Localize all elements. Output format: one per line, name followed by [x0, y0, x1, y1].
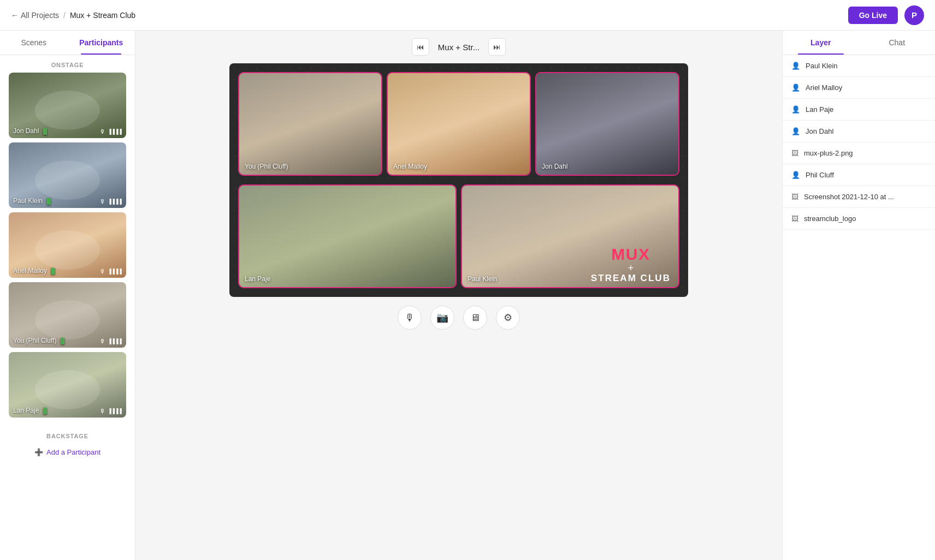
- center-area: ⏮ Mux + Str... ⏭ You (Phil Cluff): [135, 31, 782, 560]
- thumb-controls: 🎙 ▐▐▐▐: [99, 408, 122, 414]
- screen-share-icon: 🖥: [470, 312, 480, 324]
- participant-name: Jon Dahl ▐▌: [13, 127, 49, 135]
- participant-thumb-lan-paje[interactable]: Lan Paje ▐▌ 🎙 ▐▐▐▐: [9, 352, 126, 418]
- participant-thumb-ariel-malloy[interactable]: Ariel Malloy ▐▌ 🎙 ▐▐▐▐: [9, 212, 126, 278]
- participant-name: Lan Paje ▐▌: [13, 407, 49, 414]
- list-item[interactable]: 👤 Ariel Malloy: [783, 77, 935, 99]
- video-label: Lan Paje: [245, 275, 270, 283]
- header-left: ← All Projects / Mux + Stream Club: [11, 11, 135, 20]
- mic-icon: 🎙: [99, 408, 105, 414]
- project-name: Mux + Stream Club: [70, 11, 135, 20]
- video-cell-phil-cluff: You (Phil Cluff): [238, 72, 382, 176]
- person-icon: 👤: [791, 127, 800, 135]
- mic-icon: 🎙: [99, 338, 105, 344]
- video-grid-top: You (Phil Cluff) Ariel Malloy Jon: [229, 63, 688, 184]
- header: ← All Projects / Mux + Stream Club Go Li…: [0, 0, 935, 31]
- breadcrumb-separator: /: [63, 11, 66, 20]
- screen-share-button[interactable]: 🖥: [463, 306, 487, 330]
- sidebar-tabs: Scenes Participants: [0, 31, 135, 55]
- header-right: Go Live P: [848, 5, 924, 25]
- layer-list: 👤 Paul Klein 👤 Ariel Malloy 👤 Lan Paje 👤…: [783, 55, 935, 560]
- right-sidebar: Layer Chat 👤 Paul Klein 👤 Ariel Malloy 👤…: [782, 31, 935, 560]
- image-icon: 🖼: [791, 215, 798, 223]
- bottom-controls: 🎙 📷 🖥 ⚙: [398, 297, 520, 338]
- thumb-controls: 🎙 ▐▐▐▐: [99, 338, 122, 344]
- mux-stream-club-logo: MUX + STREAM CLUB: [591, 245, 671, 284]
- list-item[interactable]: 🖼 streamclub_logo: [783, 208, 935, 230]
- thumb-controls: 🎙 ▐▐▐▐: [99, 128, 122, 135]
- backstage-label: BACKSTAGE: [0, 428, 135, 444]
- participant-name: Ariel Malloy ▐▌: [13, 267, 57, 275]
- video-label: Paul Klein: [468, 275, 497, 283]
- participant-name: Paul Klein ▐▌: [13, 197, 52, 205]
- tab-scenes[interactable]: Scenes: [0, 31, 68, 55]
- mic-icon: 🎙: [99, 198, 105, 205]
- left-sidebar: Scenes Participants ONSTAGE Jon Dahl ▐▌ …: [0, 31, 135, 560]
- tab-layer[interactable]: Layer: [783, 31, 859, 55]
- mic-icon: 🎙: [99, 268, 105, 275]
- go-live-button[interactable]: Go Live: [848, 7, 898, 24]
- video-cell-jon-dahl: Jon Dahl: [535, 72, 679, 176]
- prev-icon: ⏮: [417, 43, 424, 51]
- mic-icon: 🎙: [405, 312, 415, 324]
- video-label: Ariel Malloy: [393, 163, 427, 170]
- video-cell-ariel-malloy: Ariel Malloy: [387, 72, 531, 176]
- person-icon: 👤: [791, 171, 800, 179]
- video-stage: You (Phil Cluff) Ariel Malloy Jon: [229, 63, 688, 297]
- camera-icon: 📷: [436, 312, 448, 324]
- participant-thumb-phil-cluff[interactable]: You (Phil Cluff) ▐▌ 🎙 ▐▐▐▐: [9, 282, 126, 348]
- participant-thumb-jon-dahl[interactable]: Jon Dahl ▐▌ 🎙 ▐▐▐▐: [9, 73, 126, 138]
- participant-thumb-paul-klein[interactable]: Paul Klein ▐▌ 🎙 ▐▐▐▐: [9, 142, 126, 208]
- video-grid-bottom: Lan Paje Paul Klein MUX + STREAM CLUB: [229, 184, 688, 297]
- all-projects-label[interactable]: All Projects: [21, 11, 59, 20]
- top-bar: ⏮ Mux + Str... ⏭: [412, 31, 506, 63]
- settings-button[interactable]: ⚙: [496, 306, 520, 330]
- add-participant-icon: ➕: [34, 448, 43, 456]
- next-icon: ⏭: [493, 43, 501, 51]
- list-item[interactable]: 👤 Phil Cluff: [783, 164, 935, 186]
- video-label: You (Phil Cluff): [245, 163, 288, 170]
- thumb-controls: 🎙 ▐▐▐▐: [99, 198, 122, 205]
- list-item[interactable]: 🖼 mux-plus-2.png: [783, 142, 935, 164]
- video-cell-lan-paje: Lan Paje: [238, 184, 457, 288]
- onstage-label: ONSTAGE: [0, 55, 135, 73]
- participant-name: You (Phil Cluff) ▐▌: [13, 337, 67, 344]
- thumb-controls: 🎙 ▐▐▐▐: [99, 268, 122, 275]
- avatar: P: [904, 5, 924, 25]
- sidebar-scroll: ONSTAGE Jon Dahl ▐▌ 🎙 ▐▐▐▐: [0, 55, 135, 560]
- person-icon: 👤: [791, 84, 800, 92]
- list-item[interactable]: 👤 Lan Paje: [783, 99, 935, 121]
- back-arrow-icon: ←: [11, 11, 19, 20]
- list-item[interactable]: 👤 Paul Klein: [783, 55, 935, 77]
- person-icon: 👤: [791, 105, 800, 114]
- video-label: Jon Dahl: [542, 163, 567, 170]
- image-icon: 🖼: [791, 149, 798, 157]
- list-item[interactable]: 🖼 Screenshot 2021-12-10 at ...: [783, 186, 935, 208]
- camera-button[interactable]: 📷: [430, 306, 454, 330]
- tab-participants[interactable]: Participants: [68, 31, 135, 55]
- person-icon: 👤: [791, 62, 800, 70]
- back-link[interactable]: ← All Projects: [11, 11, 59, 20]
- mic-button[interactable]: 🎙: [398, 306, 422, 330]
- prev-scene-button[interactable]: ⏮: [412, 38, 429, 56]
- main-content: Scenes Participants ONSTAGE Jon Dahl ▐▌ …: [0, 31, 935, 560]
- right-tabs: Layer Chat: [783, 31, 935, 55]
- next-scene-button[interactable]: ⏭: [488, 38, 506, 56]
- image-icon: 🖼: [791, 193, 798, 201]
- add-participant-button[interactable]: ➕ Add a Participant: [0, 444, 135, 461]
- scene-name: Mux + Str...: [438, 43, 480, 52]
- mic-icon: 🎙: [99, 128, 105, 135]
- list-item[interactable]: 👤 Jon Dahl: [783, 121, 935, 142]
- tab-chat[interactable]: Chat: [859, 31, 936, 55]
- settings-icon: ⚙: [504, 312, 512, 324]
- backstage-section: BACKSTAGE ➕ Add a Participant: [0, 422, 135, 467]
